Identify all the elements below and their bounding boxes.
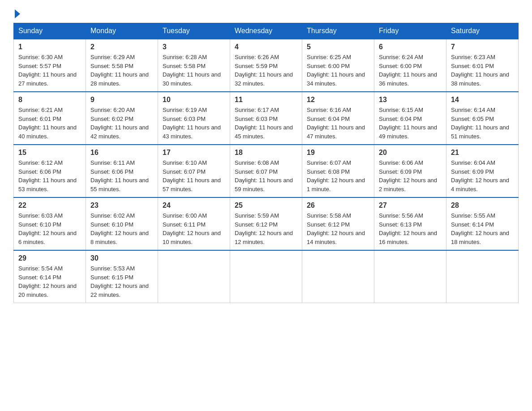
calendar-cell: 4Sunrise: 6:26 AMSunset: 5:59 PMDaylight…	[230, 39, 302, 92]
calendar-header-row: SundayMondayTuesdayWednesdayThursdayFrid…	[14, 23, 519, 39]
day-number: 20	[379, 149, 442, 157]
calendar-cell: 3Sunrise: 6:28 AMSunset: 5:58 PMDaylight…	[158, 39, 230, 92]
day-info: Sunrise: 5:55 AMSunset: 6:14 PMDaylight:…	[451, 211, 514, 246]
calendar-week-row: 15Sunrise: 6:12 AMSunset: 6:06 PMDayligh…	[14, 145, 519, 197]
day-number: 9	[90, 96, 153, 104]
calendar-cell: 20Sunrise: 6:06 AMSunset: 6:09 PMDayligh…	[374, 145, 446, 197]
day-number: 2	[90, 43, 153, 51]
calendar-cell: 5Sunrise: 6:25 AMSunset: 6:00 PMDaylight…	[302, 39, 374, 92]
day-info: Sunrise: 6:00 AMSunset: 6:11 PMDaylight:…	[163, 211, 225, 246]
day-number: 25	[235, 201, 297, 210]
day-info: Sunrise: 6:08 AMSunset: 6:07 PMDaylight:…	[235, 158, 297, 193]
calendar-header-saturday: Saturday	[446, 23, 519, 39]
calendar-table: SundayMondayTuesdayWednesdayThursdayFrid…	[13, 23, 519, 303]
calendar-cell: 14Sunrise: 6:14 AMSunset: 6:05 PMDayligh…	[446, 92, 519, 145]
calendar-cell: 6Sunrise: 6:24 AMSunset: 6:00 PMDaylight…	[374, 39, 446, 92]
calendar-header-thursday: Thursday	[302, 23, 374, 39]
day-info: Sunrise: 6:23 AMSunset: 6:01 PMDaylight:…	[451, 53, 514, 88]
calendar-cell: 1Sunrise: 6:30 AMSunset: 5:57 PMDaylight…	[14, 39, 86, 92]
day-info: Sunrise: 6:10 AMSunset: 6:07 PMDaylight:…	[163, 158, 225, 193]
day-number: 19	[307, 149, 369, 157]
day-number: 29	[18, 254, 81, 262]
day-number: 28	[451, 201, 514, 210]
day-info: Sunrise: 6:16 AMSunset: 6:04 PMDaylight:…	[307, 106, 369, 141]
day-number: 24	[163, 201, 225, 210]
day-number: 22	[18, 201, 81, 210]
calendar-cell: 10Sunrise: 6:19 AMSunset: 6:03 PMDayligh…	[158, 92, 230, 145]
calendar-cell: 16Sunrise: 6:11 AMSunset: 6:06 PMDayligh…	[86, 145, 158, 197]
calendar-cell	[374, 250, 446, 303]
day-info: Sunrise: 6:04 AMSunset: 6:09 PMDaylight:…	[451, 158, 514, 193]
day-number: 11	[235, 96, 297, 104]
day-info: Sunrise: 6:03 AMSunset: 6:10 PMDaylight:…	[18, 211, 81, 246]
calendar-cell: 13Sunrise: 6:15 AMSunset: 6:04 PMDayligh…	[374, 92, 446, 145]
calendar-week-row: 29Sunrise: 5:54 AMSunset: 6:14 PMDayligh…	[14, 250, 519, 303]
day-info: Sunrise: 6:28 AMSunset: 5:58 PMDaylight:…	[163, 53, 225, 88]
day-info: Sunrise: 6:26 AMSunset: 5:59 PMDaylight:…	[235, 53, 297, 88]
day-info: Sunrise: 6:19 AMSunset: 6:03 PMDaylight:…	[163, 106, 225, 141]
day-number: 26	[307, 201, 369, 210]
day-number: 6	[379, 43, 442, 51]
calendar-cell: 28Sunrise: 5:55 AMSunset: 6:14 PMDayligh…	[446, 197, 519, 250]
day-info: Sunrise: 5:58 AMSunset: 6:12 PMDaylight:…	[307, 211, 369, 246]
calendar-cell: 12Sunrise: 6:16 AMSunset: 6:04 PMDayligh…	[302, 92, 374, 145]
day-number: 17	[163, 149, 225, 157]
logo-arrow-icon	[15, 9, 20, 18]
calendar-week-row: 1Sunrise: 6:30 AMSunset: 5:57 PMDaylight…	[14, 39, 519, 92]
day-number: 8	[18, 96, 81, 104]
day-info: Sunrise: 5:53 AMSunset: 6:15 PMDaylight:…	[90, 264, 153, 299]
day-number: 3	[163, 43, 225, 51]
calendar-cell: 21Sunrise: 6:04 AMSunset: 6:09 PMDayligh…	[446, 145, 519, 197]
day-info: Sunrise: 6:20 AMSunset: 6:02 PMDaylight:…	[90, 106, 153, 141]
calendar-cell: 18Sunrise: 6:08 AMSunset: 6:07 PMDayligh…	[230, 145, 302, 197]
calendar-week-row: 8Sunrise: 6:21 AMSunset: 6:01 PMDaylight…	[14, 92, 519, 145]
day-number: 5	[307, 43, 369, 51]
day-info: Sunrise: 6:07 AMSunset: 6:08 PMDaylight:…	[307, 158, 369, 193]
calendar-cell: 7Sunrise: 6:23 AMSunset: 6:01 PMDaylight…	[446, 39, 519, 92]
calendar-cell	[158, 250, 230, 303]
day-info: Sunrise: 6:21 AMSunset: 6:01 PMDaylight:…	[18, 106, 81, 141]
calendar-cell	[230, 250, 302, 303]
day-number: 13	[379, 96, 442, 104]
day-number: 1	[18, 43, 81, 51]
day-number: 21	[451, 149, 514, 157]
calendar-header-wednesday: Wednesday	[230, 23, 302, 39]
calendar-cell: 30Sunrise: 5:53 AMSunset: 6:15 PMDayligh…	[86, 250, 158, 303]
calendar-header-tuesday: Tuesday	[158, 23, 230, 39]
calendar-cell: 25Sunrise: 5:59 AMSunset: 6:12 PMDayligh…	[230, 197, 302, 250]
calendar-cell: 19Sunrise: 6:07 AMSunset: 6:08 PMDayligh…	[302, 145, 374, 197]
day-info: Sunrise: 6:17 AMSunset: 6:03 PMDaylight:…	[235, 106, 297, 141]
calendar-cell: 9Sunrise: 6:20 AMSunset: 6:02 PMDaylight…	[86, 92, 158, 145]
calendar-header-sunday: Sunday	[14, 23, 86, 39]
day-info: Sunrise: 6:24 AMSunset: 6:00 PMDaylight:…	[379, 53, 442, 88]
calendar-header-friday: Friday	[374, 23, 446, 39]
day-number: 27	[379, 201, 442, 210]
day-info: Sunrise: 6:15 AMSunset: 6:04 PMDaylight:…	[379, 106, 442, 141]
day-number: 7	[451, 43, 514, 51]
logo	[13, 11, 20, 18]
calendar-cell: 23Sunrise: 6:02 AMSunset: 6:10 PMDayligh…	[86, 197, 158, 250]
day-info: Sunrise: 6:29 AMSunset: 5:58 PMDaylight:…	[90, 53, 153, 88]
calendar-cell: 11Sunrise: 6:17 AMSunset: 6:03 PMDayligh…	[230, 92, 302, 145]
day-info: Sunrise: 6:30 AMSunset: 5:57 PMDaylight:…	[18, 53, 81, 88]
calendar-cell: 2Sunrise: 6:29 AMSunset: 5:58 PMDaylight…	[86, 39, 158, 92]
day-info: Sunrise: 5:54 AMSunset: 6:14 PMDaylight:…	[18, 264, 81, 299]
day-number: 4	[235, 43, 297, 51]
day-number: 15	[18, 149, 81, 157]
day-number: 12	[307, 96, 369, 104]
day-info: Sunrise: 6:11 AMSunset: 6:06 PMDaylight:…	[90, 158, 153, 193]
day-info: Sunrise: 6:06 AMSunset: 6:09 PMDaylight:…	[379, 158, 442, 193]
calendar-cell: 8Sunrise: 6:21 AMSunset: 6:01 PMDaylight…	[14, 92, 86, 145]
calendar-cell: 15Sunrise: 6:12 AMSunset: 6:06 PMDayligh…	[14, 145, 86, 197]
calendar-header-monday: Monday	[86, 23, 158, 39]
calendar-cell: 29Sunrise: 5:54 AMSunset: 6:14 PMDayligh…	[14, 250, 86, 303]
calendar-cell	[446, 250, 519, 303]
day-number: 14	[451, 96, 514, 104]
calendar-cell: 27Sunrise: 5:56 AMSunset: 6:13 PMDayligh…	[374, 197, 446, 250]
day-info: Sunrise: 6:25 AMSunset: 6:00 PMDaylight:…	[307, 53, 369, 88]
day-info: Sunrise: 6:14 AMSunset: 6:05 PMDaylight:…	[451, 106, 514, 141]
day-number: 16	[90, 149, 153, 157]
calendar-cell: 22Sunrise: 6:03 AMSunset: 6:10 PMDayligh…	[14, 197, 86, 250]
calendar-cell	[302, 250, 374, 303]
day-number: 18	[235, 149, 297, 157]
